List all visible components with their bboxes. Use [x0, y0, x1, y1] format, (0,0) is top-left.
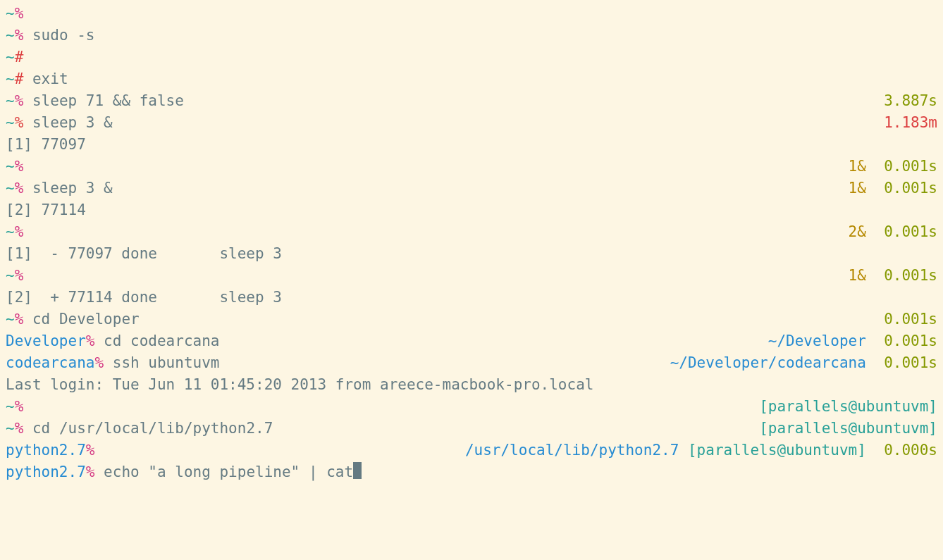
text-segment: ~: [6, 223, 15, 240]
text-segment: exit: [23, 70, 68, 87]
line-left: ~% sleep 3 &: [6, 178, 113, 199]
text-segment: sudo -s: [23, 27, 94, 44]
terminal-line: ~%[parallels@ubuntuvm]: [6, 396, 937, 418]
text-segment: 0.001s: [884, 267, 937, 284]
text-segment: %: [15, 180, 24, 197]
terminal-line: [1] - 77097 done sleep 3: [6, 243, 937, 265]
terminal-line: ~% sleep 71 && false3.887s: [6, 90, 937, 112]
line-right: 3.887s: [884, 90, 937, 112]
text-segment: [866, 442, 884, 459]
text-segment: cd /usr/local/lib/python2.7: [23, 420, 273, 437]
line-left: ~%: [6, 3, 23, 25]
text-segment: 0.001s: [884, 332, 937, 349]
terminal[interactable]: ~%~% sudo -s~#~# exit~% sleep 71 && fals…: [0, 0, 943, 486]
text-segment: %: [86, 442, 95, 459]
line-right: [parallels@ubuntuvm]: [759, 396, 937, 418]
text-segment: %: [15, 158, 24, 175]
text-segment: [866, 267, 884, 284]
text-segment: %: [86, 332, 95, 349]
text-segment: codearcana: [6, 354, 94, 371]
text-segment: 0.001s: [884, 158, 937, 175]
line-left: python2.7% echo "a long pipeline" | cat: [6, 461, 362, 483]
line-right: 0.001s: [884, 309, 937, 330]
text-segment: [2] 77114: [6, 201, 86, 218]
text-segment: %: [15, 5, 24, 22]
terminal-line: ~#: [6, 46, 937, 68]
terminal-line: ~% sleep 3 &1.183m: [6, 112, 937, 134]
text-segment: echo "a long pipeline" | cat: [94, 463, 353, 480]
terminal-line: [1] 77097: [6, 134, 937, 156]
terminal-line: ~% cd Developer0.001s: [6, 309, 937, 330]
text-segment: [866, 180, 884, 197]
text-segment: [parallels@ubuntuvm]: [759, 398, 937, 415]
text-segment: %: [86, 463, 95, 480]
text-segment: ~: [6, 49, 15, 66]
terminal-line: [2] 77114: [6, 199, 937, 221]
line-left: [1] 77097: [6, 134, 86, 156]
text-segment: ~: [6, 158, 15, 175]
text-segment: sleep 3 &: [23, 180, 112, 197]
line-left: ~%: [6, 396, 23, 418]
text-segment: ~: [6, 70, 15, 87]
text-segment: [866, 354, 884, 371]
text-segment: ~: [6, 311, 15, 328]
text-segment: cd codearcana: [94, 332, 219, 349]
line-right: 1& 0.001s: [849, 178, 937, 199]
text-segment: %: [15, 92, 24, 109]
text-segment: %: [15, 114, 24, 131]
line-right: 1& 0.001s: [849, 156, 937, 178]
line-left: ~% sleep 71 && false: [6, 90, 184, 112]
text-segment: python2.7: [6, 442, 86, 459]
text-segment: [1] 77097: [6, 136, 86, 153]
text-segment: ssh ubuntuvm: [104, 354, 219, 371]
text-segment: %: [15, 311, 24, 328]
line-right: /usr/local/lib/python2.7 [parallels@ubun…: [465, 440, 937, 461]
line-left: [2] + 77114 done sleep 3: [6, 287, 282, 309]
line-left: [1] - 77097 done sleep 3: [6, 243, 282, 265]
text-segment: ~: [6, 5, 15, 22]
line-left: Last login: Tue Jun 11 01:45:20 2013 fro…: [6, 374, 593, 396]
line-right: 1& 0.001s: [849, 265, 937, 287]
text-segment: [679, 442, 688, 459]
terminal-line: ~%1& 0.001s: [6, 265, 937, 287]
text-segment: ~/Developer/codearcana: [670, 354, 866, 371]
text-segment: python2.7: [6, 463, 86, 480]
text-segment: %: [15, 267, 24, 284]
line-left: ~%: [6, 156, 23, 178]
text-segment: [parallels@ubuntuvm]: [688, 442, 866, 459]
text-segment: [866, 223, 884, 240]
text-segment: ~: [6, 92, 15, 109]
terminal-line: Last login: Tue Jun 11 01:45:20 2013 fro…: [6, 374, 937, 396]
text-segment: %: [94, 354, 104, 371]
line-right: [parallels@ubuntuvm]: [759, 418, 937, 440]
terminal-line: ~%2& 0.001s: [6, 221, 937, 243]
text-segment: ~: [6, 27, 15, 44]
text-segment: 0.001s: [884, 223, 937, 240]
line-left: ~# exit: [6, 68, 68, 90]
line-right: 2& 0.001s: [849, 221, 937, 243]
text-segment: 1&: [849, 158, 866, 175]
line-right: ~/Developer 0.001s: [768, 330, 937, 352]
text-segment: ~: [6, 420, 15, 437]
terminal-line: Developer% cd codearcana~/Developer 0.00…: [6, 330, 937, 352]
line-right: 1.183m: [884, 112, 937, 134]
text-segment: ~: [6, 114, 15, 131]
text-segment: Developer: [6, 332, 86, 349]
line-left: ~% cd Developer: [6, 309, 140, 330]
terminal-line: ~%1& 0.001s: [6, 156, 937, 178]
text-segment: %: [15, 223, 24, 240]
text-segment: 3.887s: [884, 92, 937, 109]
terminal-line: ~% sudo -s: [6, 25, 937, 46]
line-left: ~% sudo -s: [6, 25, 94, 46]
terminal-line: codearcana% ssh ubuntuvm~/Developer/code…: [6, 352, 937, 374]
text-segment: #: [15, 70, 24, 87]
text-segment: 0.001s: [884, 354, 937, 371]
line-right: ~/Developer/codearcana 0.001s: [670, 352, 937, 374]
text-segment: [866, 158, 884, 175]
line-left: ~% sleep 3 &: [6, 112, 113, 134]
text-segment: Last login: Tue Jun 11 01:45:20 2013 fro…: [6, 376, 593, 393]
text-segment: sleep 71 && false: [23, 92, 184, 109]
text-segment: 0.001s: [884, 180, 937, 197]
text-segment: 1&: [849, 267, 866, 284]
terminal-line: ~% cd /usr/local/lib/python2.7[parallels…: [6, 418, 937, 440]
